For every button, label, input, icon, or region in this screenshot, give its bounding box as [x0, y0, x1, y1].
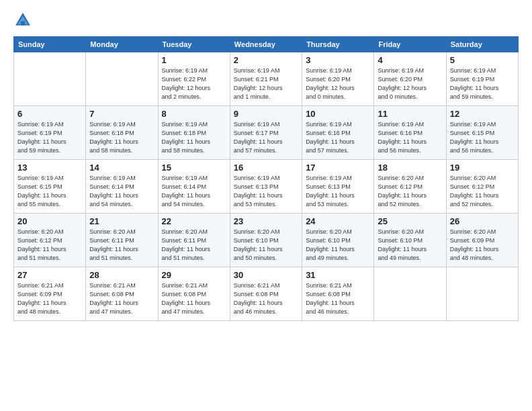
logo-icon	[13, 11, 32, 30]
empty-cell	[86, 52, 158, 106]
day-detail: Sunrise: 6:19 AMSunset: 6:19 PMDaylight:…	[450, 66, 515, 101]
day-number: 28	[89, 270, 154, 280]
day-number: 5	[450, 55, 515, 65]
day-detail: Sunrise: 6:20 AMSunset: 6:12 PMDaylight:…	[450, 174, 515, 209]
day-number: 27	[17, 270, 82, 280]
day-detail: Sunrise: 6:20 AMSunset: 6:10 PMDaylight:…	[306, 228, 370, 263]
day-detail: Sunrise: 6:19 AMSunset: 6:17 PMDaylight:…	[234, 120, 298, 155]
day-cell-26: 26Sunrise: 6:20 AMSunset: 6:09 PMDayligh…	[446, 214, 518, 267]
day-cell-1: 1Sunrise: 6:19 AMSunset: 6:22 PMDaylight…	[158, 52, 230, 106]
page: SundayMondayTuesdayWednesdayThursdayFrid…	[0, 0, 532, 411]
day-cell-11: 11Sunrise: 6:19 AMSunset: 6:16 PMDayligh…	[374, 106, 446, 160]
day-cell-31: 31Sunrise: 6:21 AMSunset: 6:08 PMDayligh…	[302, 267, 374, 321]
day-number: 17	[306, 163, 370, 173]
day-number: 31	[306, 270, 370, 280]
week-row-2: 6Sunrise: 6:19 AMSunset: 6:19 PMDaylight…	[14, 106, 519, 160]
day-number: 24	[306, 216, 370, 226]
day-cell-30: 30Sunrise: 6:21 AMSunset: 6:08 PMDayligh…	[230, 267, 302, 321]
day-number: 9	[234, 109, 298, 119]
header-row: SundayMondayTuesdayWednesdayThursdayFrid…	[14, 37, 519, 52]
day-number: 15	[162, 163, 226, 173]
day-detail: Sunrise: 6:21 AMSunset: 6:08 PMDaylight:…	[306, 281, 370, 316]
col-header-friday: Friday	[374, 37, 446, 52]
empty-cell	[446, 267, 518, 321]
day-number: 26	[450, 216, 515, 226]
day-cell-25: 25Sunrise: 6:20 AMSunset: 6:10 PMDayligh…	[374, 214, 446, 267]
svg-rect-2	[21, 21, 25, 26]
day-number: 21	[89, 216, 154, 226]
day-cell-19: 19Sunrise: 6:20 AMSunset: 6:12 PMDayligh…	[446, 160, 518, 214]
day-detail: Sunrise: 6:20 AMSunset: 6:10 PMDaylight:…	[378, 228, 442, 263]
day-cell-13: 13Sunrise: 6:19 AMSunset: 6:15 PMDayligh…	[14, 160, 86, 214]
day-detail: Sunrise: 6:20 AMSunset: 6:12 PMDaylight:…	[378, 174, 442, 209]
day-number: 6	[17, 109, 82, 119]
day-cell-7: 7Sunrise: 6:19 AMSunset: 6:18 PMDaylight…	[86, 106, 158, 160]
day-cell-16: 16Sunrise: 6:19 AMSunset: 6:13 PMDayligh…	[230, 160, 302, 214]
logo	[13, 11, 36, 30]
day-cell-17: 17Sunrise: 6:19 AMSunset: 6:13 PMDayligh…	[302, 160, 374, 214]
header	[13, 11, 519, 30]
day-cell-23: 23Sunrise: 6:20 AMSunset: 6:10 PMDayligh…	[230, 214, 302, 267]
day-number: 20	[17, 216, 82, 226]
day-detail: Sunrise: 6:19 AMSunset: 6:16 PMDaylight:…	[306, 120, 370, 155]
day-number: 13	[17, 163, 82, 173]
week-row-3: 13Sunrise: 6:19 AMSunset: 6:15 PMDayligh…	[14, 160, 519, 214]
day-detail: Sunrise: 6:19 AMSunset: 6:22 PMDaylight:…	[162, 66, 226, 101]
day-detail: Sunrise: 6:21 AMSunset: 6:08 PMDaylight:…	[89, 281, 154, 316]
day-number: 4	[378, 55, 442, 65]
day-number: 30	[234, 270, 298, 280]
week-row-5: 27Sunrise: 6:21 AMSunset: 6:09 PMDayligh…	[14, 267, 519, 321]
empty-cell	[374, 267, 446, 321]
col-header-saturday: Saturday	[446, 37, 518, 52]
day-cell-22: 22Sunrise: 6:20 AMSunset: 6:11 PMDayligh…	[158, 214, 230, 267]
day-cell-29: 29Sunrise: 6:21 AMSunset: 6:08 PMDayligh…	[158, 267, 230, 321]
day-number: 16	[234, 163, 298, 173]
day-number: 7	[89, 109, 154, 119]
day-number: 23	[234, 216, 298, 226]
col-header-tuesday: Tuesday	[158, 37, 230, 52]
day-number: 25	[378, 216, 442, 226]
day-cell-21: 21Sunrise: 6:20 AMSunset: 6:11 PMDayligh…	[86, 214, 158, 267]
day-number: 10	[306, 109, 370, 119]
day-detail: Sunrise: 6:19 AMSunset: 6:14 PMDaylight:…	[162, 174, 226, 209]
day-cell-2: 2Sunrise: 6:19 AMSunset: 6:21 PMDaylight…	[230, 52, 302, 106]
day-cell-12: 12Sunrise: 6:19 AMSunset: 6:15 PMDayligh…	[446, 106, 518, 160]
day-detail: Sunrise: 6:19 AMSunset: 6:18 PMDaylight:…	[89, 120, 154, 155]
day-detail: Sunrise: 6:20 AMSunset: 6:09 PMDaylight:…	[450, 228, 515, 263]
day-detail: Sunrise: 6:19 AMSunset: 6:20 PMDaylight:…	[306, 66, 370, 101]
day-detail: Sunrise: 6:19 AMSunset: 6:13 PMDaylight:…	[234, 174, 298, 209]
day-cell-4: 4Sunrise: 6:19 AMSunset: 6:20 PMDaylight…	[374, 52, 446, 106]
day-detail: Sunrise: 6:20 AMSunset: 6:10 PMDaylight:…	[234, 228, 298, 263]
day-detail: Sunrise: 6:21 AMSunset: 6:08 PMDaylight:…	[234, 281, 298, 316]
empty-cell	[14, 52, 86, 106]
day-number: 1	[162, 55, 226, 65]
col-header-thursday: Thursday	[302, 37, 374, 52]
day-detail: Sunrise: 6:20 AMSunset: 6:12 PMDaylight:…	[17, 228, 82, 263]
day-number: 14	[89, 163, 154, 173]
calendar-table: SundayMondayTuesdayWednesdayThursdayFrid…	[13, 36, 519, 321]
day-number: 11	[378, 109, 442, 119]
day-detail: Sunrise: 6:19 AMSunset: 6:15 PMDaylight:…	[450, 120, 515, 155]
day-number: 2	[234, 55, 298, 65]
day-detail: Sunrise: 6:20 AMSunset: 6:11 PMDaylight:…	[162, 228, 226, 263]
day-cell-28: 28Sunrise: 6:21 AMSunset: 6:08 PMDayligh…	[86, 267, 158, 321]
day-cell-27: 27Sunrise: 6:21 AMSunset: 6:09 PMDayligh…	[14, 267, 86, 321]
day-detail: Sunrise: 6:19 AMSunset: 6:18 PMDaylight:…	[162, 120, 226, 155]
day-cell-6: 6Sunrise: 6:19 AMSunset: 6:19 PMDaylight…	[14, 106, 86, 160]
day-detail: Sunrise: 6:20 AMSunset: 6:11 PMDaylight:…	[89, 228, 154, 263]
day-number: 22	[162, 216, 226, 226]
day-detail: Sunrise: 6:19 AMSunset: 6:15 PMDaylight:…	[17, 174, 82, 209]
week-row-1: 1Sunrise: 6:19 AMSunset: 6:22 PMDaylight…	[14, 52, 519, 106]
col-header-sunday: Sunday	[14, 37, 86, 52]
day-cell-24: 24Sunrise: 6:20 AMSunset: 6:10 PMDayligh…	[302, 214, 374, 267]
day-cell-8: 8Sunrise: 6:19 AMSunset: 6:18 PMDaylight…	[158, 106, 230, 160]
day-cell-15: 15Sunrise: 6:19 AMSunset: 6:14 PMDayligh…	[158, 160, 230, 214]
day-cell-5: 5Sunrise: 6:19 AMSunset: 6:19 PMDaylight…	[446, 52, 518, 106]
day-cell-18: 18Sunrise: 6:20 AMSunset: 6:12 PMDayligh…	[374, 160, 446, 214]
day-cell-9: 9Sunrise: 6:19 AMSunset: 6:17 PMDaylight…	[230, 106, 302, 160]
day-number: 8	[162, 109, 226, 119]
day-number: 18	[378, 163, 442, 173]
day-cell-20: 20Sunrise: 6:20 AMSunset: 6:12 PMDayligh…	[14, 214, 86, 267]
day-number: 3	[306, 55, 370, 65]
day-detail: Sunrise: 6:19 AMSunset: 6:16 PMDaylight:…	[378, 120, 442, 155]
